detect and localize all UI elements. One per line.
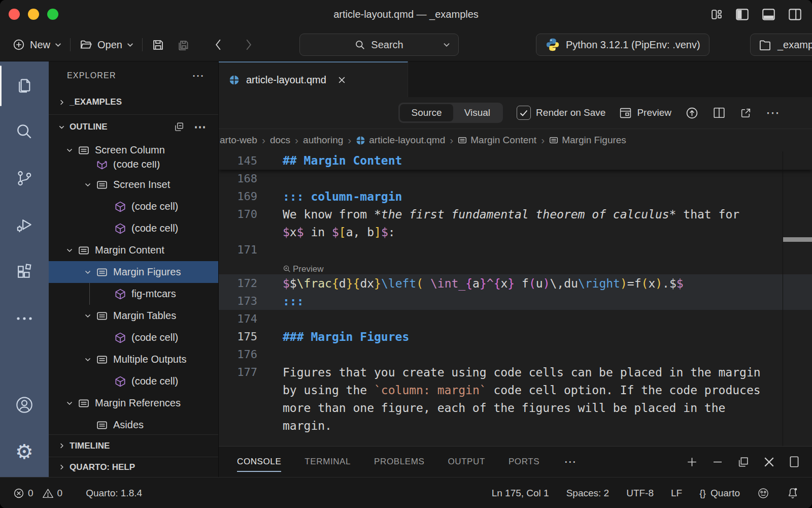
panel-tab-terminal[interactable]: TERMINAL (304, 447, 351, 477)
outline-item-code-cell[interactable]: (code cell) (49, 217, 218, 239)
publish-icon[interactable] (685, 106, 699, 120)
close-tab-icon[interactable] (338, 76, 346, 84)
breadcrumb-item-margin-content[interactable]: Margin Content (458, 135, 536, 146)
encoding-status[interactable]: UTF-8 (626, 488, 654, 499)
restore-panel-icon[interactable] (737, 456, 750, 468)
preview-button[interactable]: Preview (619, 107, 671, 119)
code-editor[interactable]: 145 ## Margin Content 168169::: column-m… (219, 151, 812, 446)
search-input[interactable]: Search (299, 34, 459, 56)
code-line-wrap[interactable]: more than one figure, each of the figure… (219, 399, 812, 417)
code-line-174[interactable]: 174 (219, 310, 812, 328)
code-line-177[interactable]: 177Figures that you create using code ce… (219, 363, 812, 381)
settings-button[interactable]: ⚙ (0, 428, 49, 475)
toggle-secondary-sidebar-icon[interactable] (788, 8, 802, 21)
codelens-preview[interactable]: Preview (219, 259, 812, 274)
outline-item-margin-figures[interactable]: Margin Figures (49, 261, 218, 283)
sidebar-item-more[interactable] (0, 295, 49, 342)
code-line-176[interactable]: 176 (219, 345, 812, 363)
sidebar-item-search[interactable] (0, 108, 49, 155)
feedback-button[interactable] (757, 487, 769, 499)
breadcrumb-item-docs[interactable]: docs (270, 135, 290, 146)
outline-item-code-cell[interactable]: (code cell) (49, 196, 218, 217)
render-on-save-toggle[interactable]: Render on Save (517, 106, 605, 120)
outline-item-margin-content[interactable]: Margin Content (49, 239, 218, 261)
quarto-version-status[interactable]: Quarto: 1.8.4 (86, 488, 142, 499)
outline-item-multiple-outputs[interactable]: Multiple Outputs (49, 348, 218, 370)
code-line-168[interactable]: 168 (219, 170, 812, 187)
section-quarto-help[interactable]: QUARTO: HELP (49, 457, 218, 477)
sidebar-item-explorer[interactable] (0, 61, 49, 108)
sidebar-item-extensions[interactable] (0, 248, 49, 295)
code-line-wrap[interactable]: $x$ in $[a, b]$: (219, 223, 812, 241)
outline-item-screen-column[interactable]: Screen Column (49, 139, 218, 161)
section-examples[interactable]: _EXAMPLES (49, 90, 218, 115)
code-line-169[interactable]: 169::: column-margin (219, 187, 812, 205)
workspace-button[interactable]: _examples (750, 34, 812, 56)
open-button[interactable]: Open (79, 39, 133, 51)
outline-item-code-cell[interactable]: (code cell) (49, 161, 218, 174)
toggle-panel-icon[interactable] (762, 8, 775, 21)
panel-tab-console[interactable]: CONSOLE (237, 447, 281, 477)
chevron-down-icon (65, 246, 74, 255)
outline-item-screen-inset[interactable]: Screen Inset (49, 174, 218, 196)
minimize-window-button[interactable] (28, 9, 39, 20)
section-timeline[interactable]: TIMELINE (49, 434, 218, 457)
overview-ruler-marker[interactable] (783, 237, 812, 242)
toggle-primary-sidebar-icon[interactable] (735, 8, 749, 21)
panel-tab-output[interactable]: OUTPUT (448, 447, 485, 477)
outline-item-code-cell[interactable]: (code cell) (49, 370, 218, 392)
navigate-forward-button[interactable] (245, 38, 253, 51)
outline-item-label: Screen Column (95, 144, 165, 156)
language-status[interactable]: {} Quarto (699, 488, 740, 499)
sticky-scroll-line[interactable]: 145 ## Margin Content (219, 151, 812, 170)
sidebar-item-source-control[interactable] (0, 155, 49, 202)
indentation-status[interactable]: Spaces: 2 (566, 488, 610, 499)
section-outline[interactable]: OUTLINE ⋯ (49, 115, 218, 139)
panel-tab-ports[interactable]: PORTS (509, 447, 539, 477)
new-button[interactable]: New (12, 38, 61, 51)
line-content: margin. (257, 419, 332, 432)
open-external-icon[interactable] (739, 107, 752, 119)
code-line-wrap[interactable]: margin. (219, 417, 812, 434)
code-line-170[interactable]: 170We know from *the first fundamental t… (219, 205, 812, 223)
code-line-173[interactable]: 173::: (219, 292, 812, 310)
tab-label: article-layout.qmd (246, 74, 326, 86)
close-panel-icon[interactable] (763, 456, 775, 468)
code-line-175[interactable]: 175### Margin Figures (219, 328, 812, 345)
minimize-panel-icon[interactable] (712, 456, 723, 468)
split-editor-icon[interactable] (713, 107, 726, 119)
cursor-position-status[interactable]: Ln 175, Col 1 (492, 488, 549, 499)
maximize-panel-icon[interactable] (789, 455, 800, 468)
outline-item-margin-references[interactable]: Margin References (49, 392, 218, 414)
eol-status[interactable]: LF (671, 488, 682, 499)
breadcrumb-item-authoring[interactable]: authoring (303, 135, 343, 146)
zoom-window-button[interactable] (47, 9, 58, 20)
code-line-wrap[interactable]: by using the `column: margin` code cell … (219, 381, 812, 399)
source-mode-button[interactable]: Source (400, 104, 453, 121)
close-window-button[interactable] (9, 9, 20, 20)
panel-tab-problems[interactable]: PROBLEMS (374, 447, 424, 477)
tab-article-layout[interactable]: article-layout.qmd (219, 61, 408, 97)
breadcrumb-item-article-layout-qmd[interactable]: article-layout.qmd (356, 135, 445, 146)
outline-item-fig-mtcars[interactable]: fig-mtcars (49, 283, 218, 305)
breadcrumb-item-arto-web[interactable]: arto-web (220, 135, 257, 146)
interpreter-selector[interactable]: Python 3.12.1 (PipEnv: .venv) (536, 34, 709, 56)
sidebar-item-run-debug[interactable] (0, 202, 49, 248)
account-button[interactable] (0, 382, 49, 428)
outline-item-code-cell[interactable]: (code cell) (49, 327, 218, 348)
visual-mode-button[interactable]: Visual (453, 104, 501, 121)
breadcrumb-item-margin-figures[interactable]: Margin Figures (549, 135, 626, 146)
code-line-171[interactable]: 171 (219, 241, 812, 259)
notifications-button[interactable] (787, 487, 799, 499)
problems-status[interactable]: 0 0 (13, 488, 62, 499)
breadcrumb-label: Margin Content (470, 135, 536, 146)
outline-item-margin-tables[interactable]: Margin Tables (49, 305, 218, 327)
outline-item-asides[interactable]: Asides (49, 414, 218, 434)
navigate-back-button[interactable] (214, 38, 222, 51)
plus-icon[interactable] (686, 456, 698, 468)
collapse-all-icon[interactable] (174, 121, 185, 133)
save-button[interactable] (151, 38, 165, 52)
code-line-172[interactable]: 172$$\frac{d}{dx}\left( \int_{a}^{x} f(u… (219, 274, 812, 292)
customize-layout-icon[interactable] (710, 8, 723, 21)
save-all-button[interactable] (176, 38, 190, 52)
